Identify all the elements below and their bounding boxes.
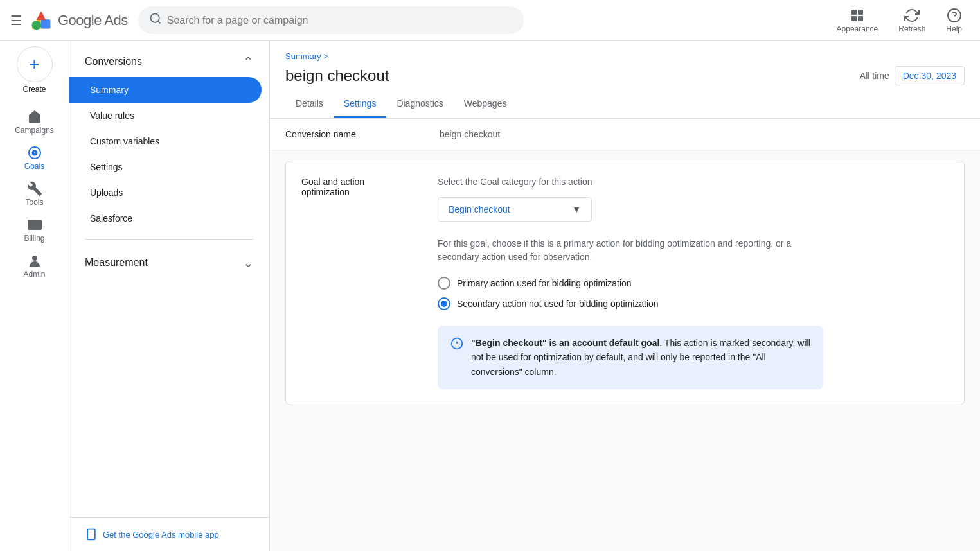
value-rules-label: Value rules (90, 110, 134, 121)
svg-point-3 (32, 21, 41, 30)
svg-rect-2 (41, 19, 50, 28)
info-box: "Begin checkout" is an account default g… (438, 326, 823, 389)
svg-rect-8 (858, 10, 863, 15)
goal-settings-card: Goal and action optimization Select the … (285, 161, 965, 405)
content-area: Summary > beign checkout All time Dec 30… (270, 41, 980, 551)
breadcrumb: Summary > (285, 51, 965, 61)
search-input[interactable] (167, 15, 513, 26)
svg-rect-9 (851, 16, 857, 21)
radio-primary-circle (438, 277, 450, 290)
tab-webpages[interactable]: Webpages (454, 91, 517, 118)
goal-select-text: Begin checkout (449, 204, 510, 214)
sidebar-item-custom-variables[interactable]: Custom variables (69, 128, 262, 154)
appearance-label: Appearance (837, 24, 878, 33)
sidebar-item-value-rules[interactable]: Value rules (69, 103, 262, 128)
sidebar-divider (85, 239, 254, 240)
goal-section: Goal and action optimization Select the … (301, 177, 949, 389)
top-nav: ☰ Google Ads Appearance Refresh (0, 0, 980, 41)
search-icon (149, 12, 162, 28)
create-plus-icon: + (29, 54, 39, 74)
content-header: Summary > beign checkout All time Dec 30… (270, 41, 980, 119)
sidebar-item-campaigns[interactable]: Campaigns (0, 104, 69, 140)
svg-line-6 (158, 21, 161, 24)
goal-dropdown[interactable]: Begin checkout ▼ (438, 197, 592, 222)
info-text: "Begin checkout" is an account default g… (471, 336, 810, 379)
radio-secondary-label: Secondary action not used for bidding op… (457, 299, 659, 309)
svg-rect-15 (87, 529, 95, 540)
settings-content: Conversion name beign checkout Goal and … (270, 119, 980, 415)
measurement-section: Measurement ⌄ (69, 242, 269, 283)
breadcrumb-link[interactable]: Summary > (285, 51, 328, 61)
sidebar-item-goals[interactable]: Goals (0, 140, 69, 176)
measurement-header[interactable]: Measurement ⌄ (69, 247, 269, 278)
mobile-app-link[interactable]: Get the Google Ads mobile app (69, 517, 269, 551)
mobile-app-label: Get the Google Ads mobile app (103, 530, 219, 539)
create-button[interactable]: + (17, 46, 53, 82)
sidebar-item-salesforce[interactable]: Salesforce (69, 206, 262, 231)
dropdown-arrow-icon: ▼ (572, 204, 581, 214)
salesforce-label: Salesforce (90, 213, 132, 223)
tools-label: Tools (25, 198, 43, 207)
radio-primary-label: Primary action used for bidding optimiza… (457, 278, 632, 288)
goal-subtitle: Select the Goal category for this action (438, 177, 949, 187)
refresh-label: Refresh (898, 24, 925, 33)
help-label: Help (946, 24, 962, 33)
page-title: beign checkout (285, 67, 389, 85)
svg-rect-10 (858, 16, 863, 21)
radio-group: Primary action used for bidding optimiza… (438, 277, 949, 310)
conversion-name-label: Conversion name (285, 129, 414, 139)
conversions-header[interactable]: Conversions ⌃ (69, 46, 269, 77)
uploads-label: Uploads (90, 188, 123, 198)
logo: Google Ads (30, 9, 128, 32)
sidebar-item-summary[interactable]: Summary (69, 77, 262, 103)
create-label: Create (22, 85, 46, 94)
goal-content: Select the Goal category for this action… (438, 177, 949, 389)
sidebar-item-tools[interactable]: Tools (0, 176, 69, 212)
main-layout: + Create Campaigns Goals Tools Billing A… (0, 41, 980, 551)
svg-point-14 (32, 256, 37, 261)
bidding-description: For this goal, choose if this is a prima… (438, 237, 823, 264)
date-controls: All time Dec 30, 2023 (860, 66, 965, 85)
svg-point-5 (150, 14, 159, 22)
sidebar-item-uploads[interactable]: Uploads (69, 180, 262, 206)
billing-label: Billing (24, 234, 44, 243)
conversion-name-value: beign checkout (440, 129, 500, 139)
page-title-row: beign checkout All time Dec 30, 2023 (285, 66, 965, 85)
radio-secondary-dot (441, 301, 447, 307)
info-text-strong: "Begin checkout" is an account default g… (471, 338, 659, 348)
date-button[interactable]: Dec 30, 2023 (895, 66, 965, 85)
settings-label: Settings (90, 162, 123, 172)
svg-rect-7 (851, 10, 857, 15)
radio-secondary-circle (438, 297, 450, 310)
admin-label: Admin (23, 270, 45, 279)
conversions-chevron-icon: ⌃ (243, 54, 254, 69)
sidebar-item-admin[interactable]: Admin (0, 248, 69, 284)
all-time-label: All time (860, 71, 889, 81)
radio-secondary[interactable]: Secondary action not used for bidding op… (438, 297, 949, 310)
radio-primary[interactable]: Primary action used for bidding optimiza… (438, 277, 949, 290)
appearance-button[interactable]: Appearance (829, 5, 886, 36)
tab-settings[interactable]: Settings (334, 91, 387, 118)
logo-text: Google Ads (58, 12, 128, 29)
measurement-label: Measurement (85, 257, 148, 268)
summary-label: Summary (90, 85, 129, 95)
left-sidebar: + Create Campaigns Goals Tools Billing A… (0, 41, 69, 551)
goals-label: Goals (24, 162, 44, 171)
help-button[interactable]: Help (938, 5, 970, 36)
hamburger-button[interactable]: ☰ (10, 13, 22, 28)
conversions-section: Conversions ⌃ Summary Value rules Custom… (69, 41, 269, 236)
measurement-chevron-icon: ⌄ (243, 255, 254, 270)
search-bar[interactable] (138, 6, 524, 34)
tabs: Details Settings Diagnostics Webpages (285, 91, 965, 118)
tab-diagnostics[interactable]: Diagnostics (386, 91, 453, 118)
mobile-app-icon (85, 528, 98, 541)
sidebar-item-billing[interactable]: Billing (0, 212, 69, 248)
svg-rect-12 (28, 220, 42, 230)
refresh-button[interactable]: Refresh (891, 5, 933, 36)
conversions-label: Conversions (85, 56, 142, 67)
sidebar-item-settings[interactable]: Settings (69, 154, 262, 180)
goal-label: Goal and action optimization (301, 177, 417, 389)
campaigns-label: Campaigns (15, 126, 54, 135)
google-ads-logo-icon (30, 9, 53, 32)
tab-details[interactable]: Details (285, 91, 334, 118)
